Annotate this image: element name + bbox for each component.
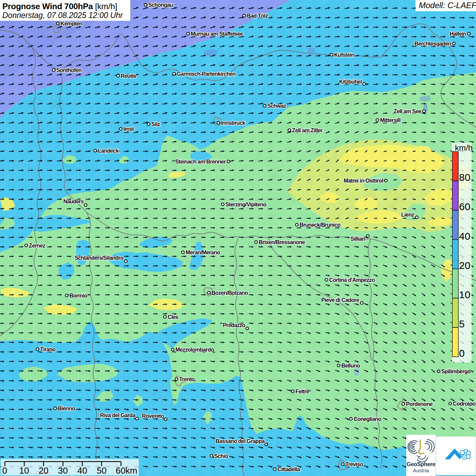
svg-text:GeoSphere: GeoSphere xyxy=(407,461,436,467)
svg-text:Predazzo: Predazzo xyxy=(223,322,245,328)
svg-text:20: 20 xyxy=(39,465,49,476)
svg-text:Schongau: Schongau xyxy=(148,2,173,8)
svg-text:Mezzolombardo: Mezzolombardo xyxy=(175,347,214,353)
svg-text:Kitzbühel: Kitzbühel xyxy=(339,79,362,85)
svg-text:Kempten: Kempten xyxy=(61,21,82,27)
svg-text:Zell am See: Zell am See xyxy=(394,108,422,114)
svg-text:Bad Tölz: Bad Tölz xyxy=(247,13,268,19)
svg-text:Sonthofen: Sonthofen xyxy=(56,67,82,73)
svg-text:10: 10 xyxy=(459,289,470,300)
svg-text:Feltre: Feltre xyxy=(295,389,309,394)
svg-text:40: 40 xyxy=(78,465,87,476)
svg-text:Schwaz: Schwaz xyxy=(267,103,286,109)
svg-text:Pieve di Cadore: Pieve di Cadore xyxy=(321,297,359,303)
svg-text:Bozen/Bolzano: Bozen/Bolzano xyxy=(211,290,248,296)
svg-text:Rovereto: Rovereto xyxy=(142,413,164,419)
svg-text:Cittadella: Cittadella xyxy=(277,466,300,472)
svg-text:Codroipo: Codroipo xyxy=(453,401,476,407)
svg-text:Sterzing/Vipiteno: Sterzing/Vipiteno xyxy=(225,202,267,207)
svg-text:Bormio: Bormio xyxy=(69,293,87,299)
svg-text:Cortina d'Ampezzo: Cortina d'Ampezzo xyxy=(329,277,375,283)
svg-text:Innsbruck: Innsbruck xyxy=(221,120,245,126)
svg-text:Modell: C-LAEF: Modell: C-LAEF xyxy=(419,1,476,10)
svg-text:Prognose Wind 700hPa [km/h]: Prognose Wind 700hPa [km/h] xyxy=(2,2,117,11)
svg-text:Spilimbergo: Spilimbergo xyxy=(441,369,471,374)
svg-text:Zernez: Zernez xyxy=(29,243,46,249)
svg-text:Pordenone: Pordenone xyxy=(406,401,433,407)
svg-text:Austria: Austria xyxy=(413,468,429,473)
svg-text:Mittersill: Mittersill xyxy=(380,117,401,123)
svg-text:Lienz: Lienz xyxy=(401,212,414,218)
svg-text:Steinach am Brenner: Steinach am Brenner xyxy=(175,159,226,165)
svg-text:Riva del Garda: Riva del Garda xyxy=(100,412,135,418)
svg-text:0: 0 xyxy=(459,347,465,359)
svg-text:60km: 60km xyxy=(116,465,137,476)
svg-text:Schlanders/Silandro: Schlanders/Silandro xyxy=(75,255,124,261)
svg-text:Berchtesgaden: Berchtesgaden xyxy=(414,41,451,47)
svg-text:Reutte: Reutte xyxy=(121,73,137,79)
svg-text:Belluno: Belluno xyxy=(341,363,360,369)
svg-text:50: 50 xyxy=(97,465,107,476)
svg-text:Kufstein: Kufstein xyxy=(334,52,354,58)
svg-text:Tirano: Tirano xyxy=(40,346,56,352)
svg-text:0: 0 xyxy=(2,465,7,476)
svg-text:Sillian: Sillian xyxy=(351,236,365,242)
svg-text:5: 5 xyxy=(459,318,465,329)
svg-text:Cles: Cles xyxy=(168,314,178,320)
svg-text:Zell am Ziller: Zell am Ziller xyxy=(292,128,323,133)
svg-text:Meran/Merano: Meran/Merano xyxy=(186,250,220,255)
svg-text:Donnerstag, 07.08.2025 12:00 U: Donnerstag, 07.08.2025 12:00 Uhr xyxy=(2,11,123,20)
svg-text:Schio: Schio xyxy=(214,453,228,459)
svg-text:Landeck: Landeck xyxy=(98,148,119,154)
svg-text:Bruneck/Brunico: Bruneck/Brunico xyxy=(300,222,341,228)
svg-text:40: 40 xyxy=(459,231,470,242)
svg-text:80: 80 xyxy=(459,172,470,183)
svg-text:Garmisch-Partenkirchen: Garmisch-Partenkirchen xyxy=(177,71,236,77)
svg-text:km/h: km/h xyxy=(455,143,473,152)
svg-text:Conegliano: Conegliano xyxy=(354,416,381,422)
svg-text:Silz: Silz xyxy=(151,121,160,127)
svg-text:Brixen/Bressanone: Brixen/Bressanone xyxy=(259,239,305,245)
svg-text:Treviso: Treviso xyxy=(345,461,363,467)
svg-text:Nauders: Nauders xyxy=(63,199,84,204)
svg-text:Imst: Imst xyxy=(123,126,134,132)
svg-text:Bienno: Bienno xyxy=(58,406,75,411)
svg-text:10: 10 xyxy=(19,465,29,476)
svg-text:30: 30 xyxy=(58,465,68,476)
svg-text:Murnau am Staffelsee: Murnau am Staffelsee xyxy=(191,31,243,37)
svg-text:Trento: Trento xyxy=(179,376,195,382)
svg-text:60: 60 xyxy=(459,201,470,212)
svg-text:Matrei in Osttirol: Matrei in Osttirol xyxy=(344,178,383,184)
svg-text:Bassano del Grappa: Bassano del Grappa xyxy=(216,438,265,444)
svg-text:Hallein: Hallein xyxy=(450,31,466,37)
svg-text:20: 20 xyxy=(459,260,470,271)
